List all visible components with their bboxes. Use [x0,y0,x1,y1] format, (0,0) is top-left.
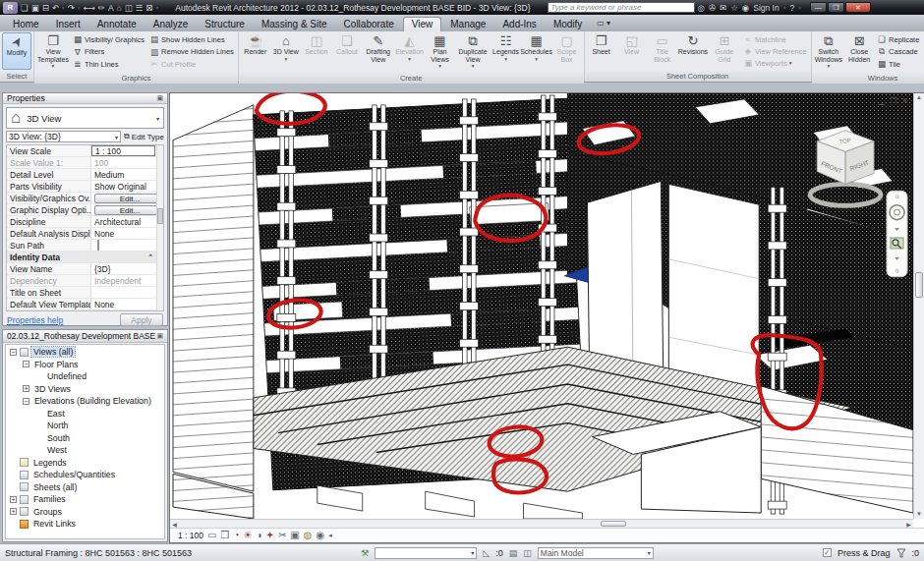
filters-button[interactable]: ∇Filters [73,47,144,57]
print-icon[interactable]: ⊟ [42,3,49,13]
prop-row-view-scale[interactable]: View Scale 1 : 100 [7,145,163,157]
expand-icon[interactable]: + [10,508,17,515]
detail-level-icon[interactable]: ❒ [220,530,229,541]
3d-model-view[interactable]: TOP FRONT RIGHT [170,93,913,519]
undo-icon[interactable]: ↶ [52,3,59,13]
properties-help-link[interactable]: Properties help [7,315,63,325]
prop-row-default-view-template[interactable]: Default View Template None [7,299,163,310]
tab-annotate[interactable]: Annotate [89,18,144,31]
show-crop-region-icon[interactable]: ▣ [290,530,299,541]
favorites-icon[interactable]: ☆ [730,3,738,13]
drafting-view-button[interactable]: ✎Drafting View [363,32,394,72]
project-browser-close-icon[interactable]: ▣ [156,332,163,340]
redo-icon[interactable]: ↷ [68,3,75,13]
design-options-icon[interactable]: ▤ [509,548,518,558]
horizontal-scrollbar[interactable]: ◀ ▶ [170,519,913,528]
tree-item-schedules[interactable]: Schedules/Quantities [6,469,164,481]
properties-scrollbar[interactable] [156,145,163,310]
default-3d-view-icon[interactable]: ⌂ [117,3,122,13]
scroll-left-icon[interactable]: ◀ [170,521,179,528]
tree-item-north[interactable]: North [31,420,164,432]
close-button[interactable]: ✕ [845,2,871,13]
properties-close-icon[interactable]: ▣ [156,94,163,102]
crop-view-icon[interactable]: ✂ [278,530,286,541]
view-restore-icon[interactable]: ❐ [890,96,896,105]
cascade-button[interactable]: ⧉Cascade [877,46,919,57]
edit-type-button[interactable]: ⧉ Edit Type [124,132,164,141]
tree-item-3d-views[interactable]: +3D Views [19,383,164,396]
help-icon[interactable]: ? [789,3,794,13]
close-hidden-windows-icon[interactable]: ⊠ [145,3,152,13]
tab-structure[interactable]: Structure [197,18,253,31]
apply-button[interactable]: Apply [120,313,163,326]
tab-add-ins[interactable]: Add-Ins [494,18,544,31]
legends-button[interactable]: ☷Legends▾ [491,32,521,72]
aligned-dimension-icon[interactable]: ✏ [98,3,105,13]
tree-item-revit-links[interactable]: Revit Links [6,518,164,531]
measure-icon[interactable]: ⟷ [84,3,95,13]
sun-path-icon[interactable]: ☀ [243,530,252,541]
sign-in-label[interactable]: Sign In [753,3,779,13]
remove-hidden-lines-button[interactable]: ▥Remove Hidden Lines [149,47,234,57]
help-dropdown-icon[interactable]: ▾ [798,5,801,11]
switch-windows-button[interactable]: ⧉Switch Windows▾ [814,32,843,72]
sun-path-checkbox[interactable] [97,240,99,251]
tree-item-east[interactable]: East [31,408,164,421]
view-scale-input[interactable]: 1 : 100 [91,145,155,156]
view-close-icon[interactable]: ✕ [901,96,908,105]
identity-collapse-icon[interactable]: ⌃ [147,253,153,261]
prop-row-discipline[interactable]: Discipline Architectural [7,216,163,228]
active-workset-combo[interactable]: ▾ [375,547,477,559]
viewbar-more-icon[interactable]: ◂ [328,530,332,541]
view-scale-control[interactable]: 1 : 100 [178,531,203,540]
tree-item-undefined[interactable]: Undefined [31,370,164,383]
redo-dropdown-icon[interactable]: ▾ [78,3,81,13]
shadows-icon[interactable]: ◑ [256,530,261,541]
design-option-combo[interactable]: Main Model▾ [538,547,654,559]
show-hidden-lines-button[interactable]: ▤Show Hidden Lines [149,34,234,44]
expand-icon[interactable]: + [10,496,17,503]
editable-only-icon[interactable]: ◺ [483,548,490,558]
prop-row-default-analysis[interactable]: Default Analysis Displ... None [7,228,163,240]
minimize-button[interactable]: — [810,2,827,13]
close-hidden-button[interactable]: ⊠Close Hidden [844,32,874,72]
navigation-bar[interactable] [887,191,907,276]
thin-lines-button[interactable]: ≣Thin Lines [73,59,144,69]
element-selector-combo[interactable]: 3D View: {3D} ▾ [6,131,121,142]
tree-item-west[interactable]: West [31,444,164,457]
open-icon[interactable]: ❏ [21,3,29,13]
tree-item-groups[interactable]: +Groups [6,506,164,519]
temporary-hide-isolate-icon[interactable]: ◍ [304,530,313,541]
type-selector[interactable]: ⌂ 3D View ▾ [6,107,164,129]
prop-row-parts-visibility[interactable]: Parts Visibility Show Original [7,181,163,193]
tab-modify[interactable]: Modify [546,18,590,31]
horizontal-scroll-thumb[interactable] [601,521,626,527]
visibility-graphics-edit-button[interactable]: Edit... [94,194,163,203]
section-icon[interactable]: ◫ [125,3,133,13]
sheet-button[interactable]: ❐Sheet [587,32,616,70]
duplicate-view-button[interactable]: ⧉Duplicate View▾ [456,32,491,72]
drawing-area[interactable]: ▁ ❐ ✕ [169,92,924,543]
sign-in-icon[interactable]: ◉ [742,3,749,13]
render-button[interactable]: ☕Render [241,32,270,72]
filter-icon[interactable] [896,548,906,558]
properties-header[interactable]: Properties ▣ [3,93,167,104]
search-icon[interactable]: ◎ [698,3,705,13]
undo-dropdown-icon[interactable]: ▾ [62,3,65,13]
press-drag-checkbox[interactable]: ✓ [823,548,832,557]
scroll-down-icon[interactable]: ▼ [914,510,924,519]
prop-row-detail-level[interactable]: Detail Level Medium [7,169,163,181]
subscription-center-icon[interactable]: ✇ [709,3,716,13]
qat-customize-icon[interactable]: ▾ [155,3,158,13]
tab-home[interactable]: Home [5,18,47,31]
3d-view-button[interactable]: ⌂3D View▾ [271,32,301,72]
tree-item-elevations[interactable]: −Elevations (Building Elevation) [19,395,164,408]
sign-in-dropdown-icon[interactable]: ▾ [783,5,786,11]
restore-button[interactable]: ❐ [828,2,844,13]
tree-item-legends[interactable]: Legends [6,457,164,470]
graphic-display-edit-button[interactable]: Edit... [94,205,163,215]
type-selector-dropdown-icon[interactable]: ▾ [156,115,159,122]
tile-button[interactable]: ▦Tile [877,59,919,69]
rendering-dialog-icon[interactable]: ✦ [265,530,273,541]
reveal-hidden-elements-icon[interactable]: ◉ [316,530,324,541]
